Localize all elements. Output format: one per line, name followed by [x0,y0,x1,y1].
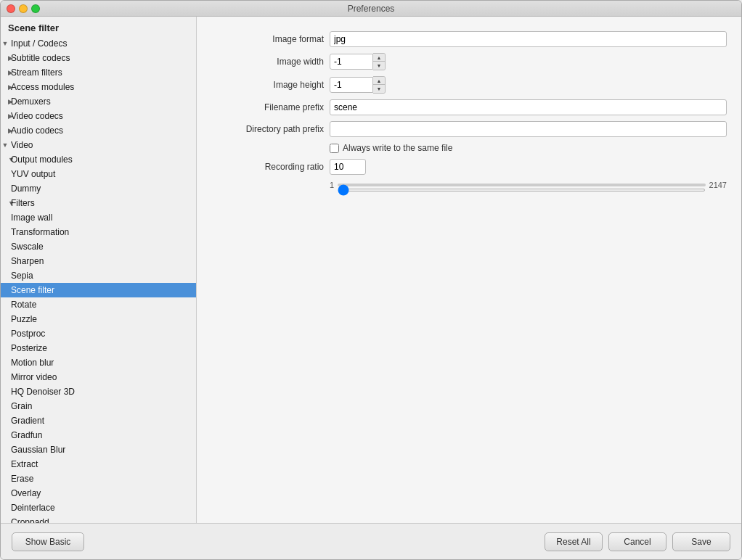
image-height-label: Image height [211,80,324,90]
sidebar-item-croppadd[interactable]: Croppadd [1,515,196,523]
image-width-label: Image width [211,57,324,67]
sidebar-item-gaussian-blur[interactable]: Gaussian Blur [1,442,196,457]
sidebar-item-extract[interactable]: Extract [1,457,196,472]
sidebar-item-hq-denoiser-3d[interactable]: HQ Denoiser 3D [1,384,196,399]
sidebar-item-gradfun[interactable]: Gradfun [1,428,196,442]
sidebar-tree[interactable]: ▼Input / Codecs ▶Subtitle codecs ▶Stream… [1,36,196,523]
image-format-label: Image format [211,34,324,44]
show-basic-button[interactable]: Show Basic [12,532,84,551]
sidebar-item-image-wall[interactable]: Image wall [1,210,196,225]
arrow-icon [1,504,9,511]
sidebar-item-stream-filters[interactable]: ▶Stream filters [1,65,196,80]
sidebar-item-mirror-video[interactable]: Mirror video [1,370,196,384]
filename-prefix-input[interactable] [330,99,727,115]
sidebar-item-label: YUV output [9,168,196,180]
sidebar-item-input-codecs[interactable]: ▼Input / Codecs [1,36,196,51]
sidebar-item-sepia[interactable]: Sepia [1,268,196,283]
image-width-spinner-buttons: ▲ ▼ [373,53,386,70]
sidebar-item-overlay[interactable]: Overlay [1,486,196,501]
close-button[interactable] [7,4,15,13]
cancel-button[interactable]: Cancel [608,532,666,551]
sidebar-item-transformation[interactable]: Transformation [1,225,196,239]
arrow-icon [1,345,9,352]
sidebar-item-access-modules[interactable]: ▶Access modules [1,80,196,94]
sidebar-item-sharpen[interactable]: Sharpen [1,254,196,268]
sidebar-item-grain[interactable]: Grain [1,399,196,413]
image-width-up-button[interactable]: ▲ [373,54,385,62]
directory-path-row: Directory path prefix [211,121,727,137]
sidebar-item-swscale[interactable]: Swscale [1,239,196,254]
image-width-down-button[interactable]: ▼ [373,62,385,70]
image-format-input[interactable] [330,31,727,47]
always-write-checkbox[interactable] [330,144,339,153]
content-area: Scene filter ▼Input / Codecs ▶Subtitle c… [1,17,741,523]
image-height-spinner-buttons: ▲ ▼ [373,76,386,94]
sidebar-item-video-codecs[interactable]: ▶Video codecs [1,109,196,123]
sidebar-item-label: Image wall [9,212,196,223]
image-height-down-button[interactable]: ▼ [373,85,385,93]
save-button[interactable]: Save [672,532,730,551]
sidebar-item-output-modules[interactable]: ▼Output modules [1,152,196,167]
sidebar-item-label: Dummy [9,183,196,194]
arrow-icon [1,316,9,323]
maximize-button[interactable] [31,4,40,13]
sidebar-item-label: Mirror video [9,371,196,383]
arrow-icon [1,287,9,294]
arrow-icon [1,417,9,424]
sidebar-item-motion-blur[interactable]: Motion blur [1,355,196,370]
arrow-icon: ▶ [1,83,9,91]
sidebar-item-label: Video codecs [9,110,196,122]
image-format-row: Image format [211,31,727,47]
sidebar-header: Scene filter [1,17,196,36]
arrow-icon [1,228,9,236]
sidebar-item-demuxers[interactable]: ▶Demuxers [1,94,196,109]
arrow-icon [1,330,9,337]
image-width-input[interactable] [330,54,373,70]
image-width-row: Image width ▲ ▼ [211,53,727,70]
sidebar-item-puzzle[interactable]: Puzzle [1,312,196,326]
sidebar-item-posterize[interactable]: Posterize [1,341,196,355]
arrow-icon [1,258,9,265]
sidebar-item-scene-filter[interactable]: Scene filter [1,283,196,297]
recording-ratio-input[interactable] [330,159,366,175]
sidebar-item-filters[interactable]: ▼Filters [1,196,196,210]
sidebar-item-subtitle-codecs[interactable]: ▶Subtitle codecs [1,51,196,65]
filename-prefix-row: Filename prefix [211,99,727,115]
recording-ratio-label: Recording ratio [211,162,324,172]
sidebar-item-label: Posterize [9,342,196,354]
sidebar-item-dummy[interactable]: Dummy [1,181,196,196]
sidebar-item-label: Rotate [9,299,196,310]
sidebar-item-postproc[interactable]: Postproc [1,326,196,341]
directory-path-input[interactable] [330,121,727,137]
main-panel: Image format Image width ▲ ▼ [197,17,741,523]
footer-left: Show Basic [12,532,545,551]
sidebar-item-yuv-output[interactable]: YUV output [1,167,196,181]
minimize-button[interactable] [19,4,28,13]
arrow-icon [1,475,9,482]
sidebar-item-label: Gradfun [9,429,196,441]
image-height-up-button[interactable]: ▲ [373,77,385,85]
sidebar-item-video[interactable]: ▼Video [1,138,196,152]
sidebar-item-audio-codecs[interactable]: ▶Audio codecs [1,123,196,138]
sidebar-item-label: HQ Denoiser 3D [9,386,196,398]
sidebar-item-label: Deinterlace [9,502,196,514]
sidebar-item-label: Grain [9,400,196,412]
arrow-icon [1,461,9,468]
always-write-label: Always write to the same file [343,143,452,153]
sidebar-item-label: Output modules [9,154,196,165]
arrow-icon [1,446,9,453]
image-height-input[interactable] [330,77,373,93]
sidebar-item-label: Postproc [9,328,196,339]
sidebar-item-erase[interactable]: Erase [1,472,196,486]
sidebar-item-deinterlace[interactable]: Deinterlace [1,501,196,515]
sidebar-item-label: Extract [9,458,196,470]
titlebar-buttons [7,4,40,13]
sidebar-item-gradient[interactable]: Gradient [1,413,196,428]
sidebar-item-label: Gradient [9,415,196,427]
recording-ratio-slider[interactable] [338,189,705,192]
sidebar-item-label: Transformation [9,226,196,238]
sidebar-item-rotate[interactable]: Rotate [1,297,196,312]
sidebar-item-label: Access modules [9,81,196,93]
arrow-icon [1,388,9,395]
reset-all-button[interactable]: Reset All [545,532,603,551]
